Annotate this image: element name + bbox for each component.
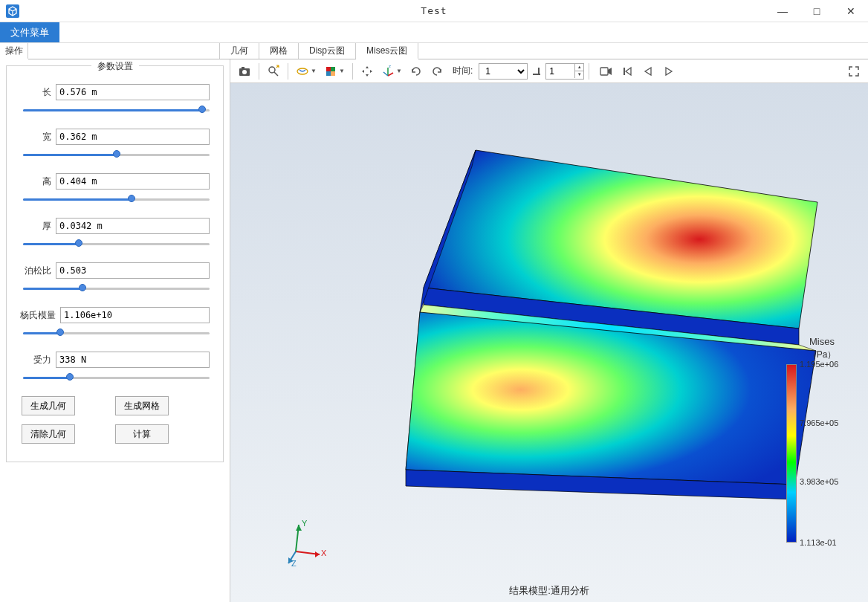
- svg-rect-9: [331, 71, 335, 76]
- svg-rect-15: [538, 68, 540, 75]
- viewport-panel: ▼ ▼ z ▼ 时间: 1: [230, 59, 868, 602]
- tab-geometry[interactable]: 几何: [220, 43, 259, 59]
- axis-orientation-button[interactable]: z ▼: [378, 62, 405, 81]
- param-slider-height[interactable]: [23, 194, 210, 204]
- param-input-poisson[interactable]: [56, 262, 210, 279]
- legend-tick-max: 1.195e+06: [800, 360, 838, 369]
- svg-line-11: [388, 73, 393, 76]
- time-spinner-input[interactable]: [546, 64, 574, 79]
- view-style-button[interactable]: ▼: [293, 62, 320, 81]
- param-label-poisson: 泊松比: [20, 265, 51, 277]
- menu-bar: 文件菜单: [0, 22, 868, 43]
- param-slider-thickness[interactable]: [23, 239, 210, 249]
- minimize-button[interactable]: —: [765, 0, 800, 22]
- pan-button[interactable]: [357, 62, 377, 81]
- svg-point-1: [242, 70, 247, 74]
- app-icon: [6, 4, 19, 18]
- param-label-thickness: 厚: [20, 220, 51, 233]
- legend-tick-2: 3.983e+05: [800, 477, 838, 486]
- param-input-youngs[interactable]: [60, 307, 210, 323]
- record-button[interactable]: [597, 62, 616, 81]
- generate-geometry-button[interactable]: 生成几何: [22, 396, 75, 415]
- svg-line-4: [274, 72, 278, 76]
- param-label-width: 宽: [20, 131, 51, 143]
- play-button[interactable]: [659, 62, 678, 81]
- time-step-end-button[interactable]: [529, 62, 544, 81]
- param-slider-width[interactable]: [23, 149, 210, 160]
- viewport-toolbar: ▼ ▼ z ▼ 时间: 1: [230, 59, 868, 83]
- camera-snapshot-button[interactable]: [235, 62, 254, 81]
- time-spinner[interactable]: ▲▼: [545, 63, 584, 80]
- legend-tick-1: 7.965e+05: [800, 418, 838, 427]
- skip-start-button[interactable]: [618, 62, 637, 81]
- close-button[interactable]: ✕: [834, 0, 868, 22]
- step-back-button[interactable]: [638, 62, 658, 81]
- svg-line-12: [383, 72, 388, 76]
- rotate-cw-button[interactable]: [407, 62, 426, 81]
- expand-button[interactable]: [844, 62, 864, 81]
- svg-marker-25: [315, 551, 320, 557]
- param-label-force: 受力: [20, 354, 51, 366]
- rotate-ccw-button[interactable]: [427, 62, 447, 81]
- generate-mesh-button[interactable]: 生成网格: [115, 396, 169, 415]
- svg-text:Z: Z: [291, 559, 297, 568]
- param-input-length[interactable]: [56, 84, 210, 100]
- svg-rect-2: [242, 67, 244, 69]
- spin-down-icon[interactable]: ▼: [574, 71, 583, 78]
- svg-point-3: [269, 67, 275, 73]
- param-input-width[interactable]: [56, 129, 210, 145]
- time-label: 时间:: [453, 65, 473, 77]
- tab-disp-cloud[interactable]: Disp云图: [299, 43, 356, 59]
- svg-rect-16: [600, 68, 608, 75]
- param-label-length: 长: [20, 86, 51, 99]
- param-input-thickness[interactable]: [56, 218, 210, 234]
- legend-tick-min: 1.113e-01: [800, 538, 837, 547]
- legend-title: Mises: [786, 336, 858, 347]
- param-slider-poisson[interactable]: [23, 283, 210, 294]
- clear-geometry-button[interactable]: 清除几何: [22, 424, 75, 444]
- param-label-height: 高: [20, 175, 51, 188]
- param-slider-length[interactable]: [23, 105, 210, 115]
- sidebar: 参数设置 长 宽: [0, 59, 230, 602]
- param-input-force[interactable]: [56, 352, 210, 368]
- result-model-label: 结果模型:通用分析: [509, 584, 589, 598]
- maximize-button[interactable]: □: [800, 0, 834, 22]
- title-bar: Test — □ ✕: [0, 0, 868, 22]
- color-cube-button[interactable]: ▼: [321, 62, 348, 81]
- svg-rect-17: [624, 68, 625, 75]
- viewport-canvas[interactable]: Mises （Pa） 1.195e+06 7.965e+05 3.983e+05…: [230, 83, 868, 602]
- window-title: Test: [421, 5, 447, 16]
- param-input-height[interactable]: [56, 173, 210, 190]
- zoom-fit-button[interactable]: [264, 62, 283, 81]
- sidebar-title: 参数设置: [91, 60, 139, 73]
- svg-text:Y: Y: [302, 519, 308, 528]
- tab-operate[interactable]: 操作: [0, 43, 28, 59]
- param-label-youngs: 杨氏模量: [20, 309, 56, 322]
- axis-triad: X Y Z: [282, 520, 327, 565]
- time-select[interactable]: 1: [479, 63, 528, 80]
- tab-row: 操作 几何 网格 Disp云图 Mises云图: [0, 43, 868, 59]
- tab-mesh[interactable]: 网格: [259, 43, 299, 59]
- param-slider-youngs[interactable]: [23, 328, 210, 338]
- compute-button[interactable]: 计算: [115, 424, 169, 444]
- legend-colorbar: [786, 364, 797, 543]
- svg-text:X: X: [321, 548, 327, 557]
- svg-rect-7: [331, 67, 335, 71]
- param-slider-force[interactable]: [23, 372, 210, 383]
- file-menu-button[interactable]: 文件菜单: [0, 22, 59, 42]
- tab-mises-cloud[interactable]: Mises云图: [356, 43, 418, 59]
- fea-model-render: [320, 113, 825, 529]
- color-legend: Mises （Pa） 1.195e+06 7.965e+05 3.983e+05…: [786, 336, 858, 543]
- svg-text:z: z: [389, 65, 391, 68]
- svg-rect-6: [326, 67, 331, 71]
- svg-marker-28: [296, 525, 302, 531]
- svg-rect-8: [326, 71, 331, 76]
- spin-up-icon[interactable]: ▲: [574, 64, 583, 71]
